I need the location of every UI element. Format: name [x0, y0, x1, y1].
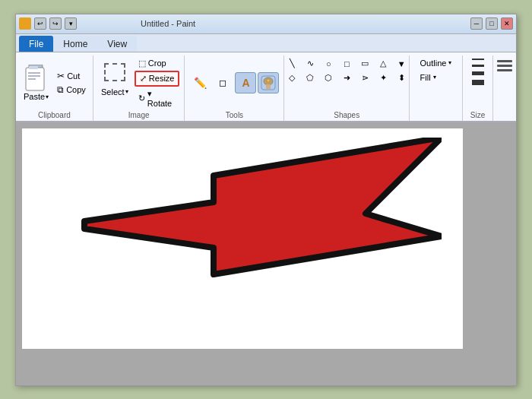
- tools-content: ✏️ ◻ A: [189, 57, 279, 109]
- outfill-content: Outline ▾ Fill ▾: [417, 57, 455, 118]
- shape-arrow-down[interactable]: ▼: [393, 57, 410, 71]
- undo-button[interactable]: ↩: [34, 17, 46, 30]
- outline-button[interactable]: Outline ▾: [417, 57, 455, 69]
- shape-expand[interactable]: ⬍: [393, 71, 410, 85]
- resize-label: Resize: [149, 74, 175, 83]
- tools-label: Tools: [226, 111, 243, 121]
- title-bar: ↩ ↪ ▾ Untitled - Paint ─ □ ✕: [16, 14, 516, 34]
- rotate-icon: ↻: [138, 93, 145, 103]
- ribbon-group-shapes: ╲ ∿ ○ □ ▭ △ ▼ ◇ ⬠ ⬡ ➜ ⋗ ✦ ⬍ Sh: [284, 55, 410, 121]
- minimize-button[interactable]: ─: [470, 17, 483, 30]
- svg-rect-4: [28, 75, 40, 77]
- crop-button[interactable]: ⬚ Crop: [135, 57, 180, 70]
- shape-curve[interactable]: ∿: [302, 57, 318, 71]
- clipboard-content: Paste ▾ ✂ Cut ⧉ Copy: [21, 57, 88, 109]
- cut-icon: ✂: [57, 71, 65, 81]
- ham-line-1: [497, 60, 512, 62]
- image-content: Select ▾ ⬚ Crop ⤢ Resize ↻ ▾ Rot: [98, 57, 180, 109]
- size-label: Size: [470, 111, 485, 121]
- select-arrow: ▾: [125, 88, 128, 95]
- maximize-button[interactable]: □: [486, 17, 498, 30]
- fill-button[interactable]: Fill ▾: [417, 71, 439, 84]
- cut-copy-buttons: ✂ Cut ⧉ Copy: [55, 70, 88, 96]
- shapes-content: ╲ ∿ ○ □ ▭ △ ▼ ◇ ⬠ ⬡ ➜ ⋗ ✦ ⬍: [283, 57, 410, 109]
- ribbon: Paste ▾ ✂ Cut ⧉ Copy Clipboard: [16, 52, 516, 122]
- size-2[interactable]: [472, 65, 484, 67]
- ribbon-group-image: Select ▾ ⬚ Crop ⤢ Resize ↻ ▾ Rot: [93, 55, 185, 121]
- size-content: [472, 57, 484, 109]
- shape-diagonal[interactable]: ╲: [283, 57, 300, 71]
- paste-icon: [24, 65, 49, 92]
- ribbon-group-tools: ✏️ ◻ A Tools: [185, 55, 284, 121]
- ham-line-2: [497, 65, 512, 67]
- shape-star5[interactable]: ✦: [375, 71, 391, 85]
- cut-label: Cut: [67, 71, 80, 81]
- svg-point-9: [267, 79, 270, 82]
- text-tool[interactable]: A: [235, 72, 256, 93]
- resize-button[interactable]: ⤢ Resize: [135, 71, 180, 87]
- crop-icon: ⬚: [138, 59, 146, 68]
- select-icon: [101, 59, 128, 86]
- copy-icon: ⧉: [57, 84, 64, 95]
- shape-hexagon[interactable]: ⬡: [320, 71, 337, 85]
- clipboard-label: Clipboard: [38, 111, 71, 121]
- ribbon-group-outfill: Outline ▾ Fill ▾: [410, 55, 463, 121]
- fill-arrow: ▾: [433, 74, 436, 81]
- copy-button[interactable]: ⧉ Copy: [55, 84, 88, 96]
- size-1[interactable]: [472, 59, 484, 60]
- rotate-button[interactable]: ↻ ▾ Rotate: [135, 87, 180, 109]
- shape-rounded-rect[interactable]: ▭: [356, 57, 373, 71]
- ribbon-tabs: File Home View: [16, 34, 516, 52]
- cut-button[interactable]: ✂ Cut: [55, 70, 88, 82]
- ribbon-group-size: Size: [463, 55, 493, 121]
- outline-arrow: ▾: [448, 59, 451, 66]
- tab-home[interactable]: Home: [53, 36, 97, 52]
- tab-view[interactable]: View: [97, 36, 137, 52]
- more-options-button[interactable]: [493, 55, 516, 121]
- size-3[interactable]: [472, 71, 484, 75]
- ham-line-3: [497, 69, 512, 71]
- outline-label: Outline: [420, 59, 447, 68]
- paint-canvas[interactable]: [22, 128, 463, 349]
- crop-resize-col: ⬚ Crop ⤢ Resize ↻ ▾ Rotate: [135, 57, 180, 109]
- shape-arrow-right[interactable]: ➜: [338, 71, 355, 85]
- resize-icon: ⤢: [140, 74, 147, 84]
- copy-label: Copy: [66, 85, 86, 94]
- svg-rect-2: [29, 66, 38, 69]
- paste-arrow: ▾: [46, 93, 49, 100]
- shapes-row-2: ◇ ⬠ ⬡ ➜ ⋗ ✦ ⬍: [283, 71, 410, 85]
- canvas-area[interactable]: [16, 122, 516, 385]
- shape-triangle[interactable]: △: [375, 57, 391, 71]
- app-icon: [19, 17, 31, 30]
- pencil-tool[interactable]: ✏️: [189, 72, 211, 93]
- svg-rect-8: [266, 84, 271, 89]
- shape-diamond[interactable]: ◇: [283, 71, 300, 85]
- shapes-label: Shapes: [334, 111, 359, 121]
- tab-file[interactable]: File: [19, 36, 53, 52]
- ribbon-group-clipboard: Paste ▾ ✂ Cut ⧉ Copy Clipboard: [16, 55, 93, 121]
- paste-button[interactable]: Paste ▾: [21, 63, 52, 103]
- close-button[interactable]: ✕: [501, 17, 513, 30]
- shape-chevron[interactable]: ⋗: [356, 71, 373, 85]
- window-title: Untitled - Paint: [141, 19, 195, 28]
- crop-label: Crop: [148, 59, 166, 68]
- size-4[interactable]: [472, 80, 484, 85]
- shape-rect[interactable]: □: [338, 57, 355, 71]
- customize-quick-access[interactable]: ▾: [65, 17, 77, 30]
- fill-label: Fill: [420, 73, 431, 82]
- redo-button[interactable]: ↪: [49, 17, 62, 30]
- shapes-row-1: ╲ ∿ ○ □ ▭ △ ▼: [283, 57, 410, 71]
- rotate-label: ▾ Rotate: [147, 89, 176, 108]
- svg-rect-5: [28, 78, 36, 80]
- select-label: Select: [101, 87, 125, 97]
- eraser-tool[interactable]: ◻: [212, 72, 233, 93]
- shape-circle[interactable]: ○: [320, 57, 337, 71]
- svg-rect-3: [28, 72, 40, 74]
- brush-tool[interactable]: [258, 72, 279, 93]
- image-label: Image: [128, 111, 150, 121]
- paint-window: ↩ ↪ ▾ Untitled - Paint ─ □ ✕ File Home V…: [15, 14, 517, 386]
- select-button[interactable]: Select ▾: [98, 57, 131, 98]
- shape-pentagon[interactable]: ⬠: [302, 71, 318, 85]
